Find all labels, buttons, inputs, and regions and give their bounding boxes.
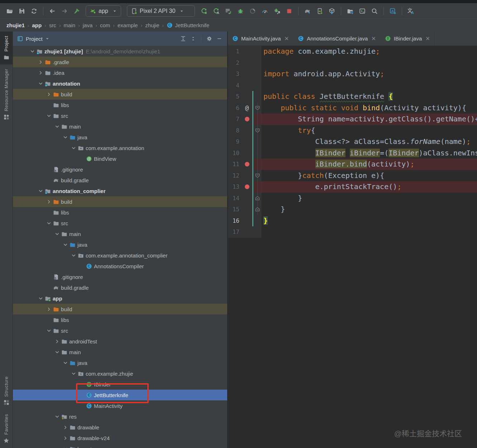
code-text[interactable]: IBinder iBinder=(IBinder)aClass.newIns [261, 148, 477, 159]
run-configuration-selector[interactable]: app [86, 5, 121, 17]
gutter-breakpoint-area[interactable] [242, 170, 252, 182]
gutter-breakpoint-area[interactable] [242, 148, 252, 159]
tree-row-drawable[interactable]: drawable [13, 422, 227, 433]
apply-code-changes-button[interactable] [222, 6, 234, 16]
tool-window-button-project[interactable]: Project [0, 32, 13, 64]
tree-row-com-example-annotation[interactable]: com.example.annotation [13, 143, 227, 153]
gradle-sync-button[interactable] [301, 6, 314, 16]
fold-gutter[interactable] [254, 170, 261, 182]
chevron-down-icon[interactable] [62, 241, 68, 248]
run-button[interactable] [198, 6, 210, 16]
gutter-breakpoint-area[interactable] [242, 114, 252, 125]
fold-collapse-icon[interactable] [255, 173, 260, 178]
caret-icon[interactable] [45, 36, 50, 41]
chevron-down-icon[interactable] [70, 252, 77, 259]
avd-manager-button[interactable] [314, 6, 326, 16]
chevron-right-icon[interactable] [37, 69, 44, 76]
search-button[interactable] [368, 6, 381, 16]
forward-button[interactable] [58, 6, 71, 16]
gutter-breakpoint-area[interactable] [242, 136, 252, 148]
chevron-right-icon[interactable] [54, 338, 60, 345]
close-icon[interactable]: ✕ [285, 35, 289, 42]
tree-row-java[interactable]: java [13, 239, 227, 250]
tool-window-button-structure[interactable]: Structure [0, 372, 13, 410]
tab-annotationscompiler-java[interactable]: CAnnotationsCompiler.java✕ [294, 32, 381, 45]
fold-end-icon[interactable] [255, 196, 260, 201]
tree-row-drawable-v24[interactable]: drawable-v24 [13, 433, 227, 443]
tree-row-zhujie1-zhujie-[interactable]: zhujie1 [zhujie]E:\android_demo\demo\zhu… [13, 46, 227, 57]
chevron-down-icon[interactable] [46, 327, 52, 334]
collapse-all-button[interactable] [188, 34, 198, 43]
chevron-down-icon[interactable] [37, 295, 44, 302]
gutter-breakpoint-area[interactable] [242, 226, 252, 238]
tree-row-bindview[interactable]: @BindView [13, 153, 227, 164]
tree-row-build-gradle[interactable]: build.gradle [13, 282, 227, 293]
code-text[interactable]: public class JettButterknife { [261, 91, 477, 102]
breakpoint-icon[interactable] [245, 162, 249, 167]
fold-collapse-icon[interactable] [255, 106, 260, 110]
hammer-button[interactable] [71, 6, 83, 16]
gutter-breakpoint-area[interactable] [242, 80, 252, 91]
code-text[interactable] [261, 226, 477, 238]
chevron-down-icon[interactable] [37, 80, 44, 87]
chevron-right-icon[interactable] [46, 91, 52, 97]
tree-row-java[interactable]: java [13, 357, 227, 368]
gutter-breakpoint-area[interactable] [242, 57, 252, 69]
tree-row-res[interactable]: res [13, 411, 227, 422]
stop-button[interactable] [283, 6, 295, 16]
tool-window-button-favorites[interactable]: Favorites [0, 410, 13, 448]
code-text[interactable]: String name=activity.getClass().getName(… [261, 114, 477, 125]
gutter-breakpoint-area[interactable]: @ [242, 102, 252, 114]
gutter-breakpoint-area[interactable] [242, 91, 252, 102]
code-text[interactable]: } [261, 215, 477, 227]
code-text[interactable]: } [261, 193, 477, 204]
breadcrumb-item-src[interactable]: src [49, 22, 56, 28]
code-text[interactable]: public static void bind(Activity activit… [261, 102, 477, 114]
breakpoint-icon[interactable] [245, 184, 249, 189]
code-text[interactable]: }catch(Exception e){ [261, 170, 477, 182]
tree-row-main[interactable]: main [13, 121, 227, 132]
settings-button[interactable] [204, 34, 214, 43]
tree-row-java[interactable]: java [13, 132, 227, 143]
chevron-right-icon[interactable] [62, 424, 68, 430]
locate-file-button[interactable] [178, 34, 188, 43]
tool-window-button-resource-manager[interactable]: Resource Manager [0, 64, 13, 124]
close-icon[interactable]: ✕ [371, 35, 376, 42]
hide-panel-button[interactable] [214, 34, 224, 43]
chevron-down-icon[interactable] [62, 360, 68, 366]
gutter-breakpoint-area[interactable] [242, 46, 252, 57]
code-text[interactable]: } [261, 204, 477, 215]
gutter-breakpoint-area[interactable] [242, 159, 252, 170]
attach-debugger-button[interactable] [271, 6, 283, 16]
tree-row-build[interactable]: build [13, 89, 227, 100]
tree-row-androidtest[interactable]: androidTest [13, 336, 227, 347]
tree-row-src[interactable]: src [13, 110, 227, 121]
save-button[interactable] [16, 6, 28, 16]
tree-row-src[interactable]: src [13, 325, 227, 336]
tab-ibinder-java[interactable]: IIBinder.java✕ [381, 32, 435, 45]
tree-row-main[interactable]: main [13, 228, 227, 239]
chevron-down-icon[interactable] [54, 349, 60, 355]
fold-gutter[interactable] [254, 125, 261, 136]
tree-row-libs[interactable]: libs [13, 207, 227, 218]
tab-mainactivity-java[interactable]: CMainActivity.java✕ [228, 32, 294, 45]
chevron-right-icon[interactable] [46, 198, 52, 205]
logcat-button[interactable] [356, 6, 368, 16]
code-text[interactable]: try{ [261, 125, 477, 136]
chevron-down-icon[interactable] [62, 445, 68, 448]
breadcrumb-item-zhujie[interactable]: zhujie [145, 22, 159, 28]
chevron-down-icon[interactable] [62, 134, 68, 140]
chevron-down-icon[interactable] [70, 145, 77, 151]
breadcrumb-item-zhujie1[interactable]: zhujie1 [6, 22, 25, 28]
gutter-breakpoint-area[interactable] [242, 181, 252, 193]
fold-collapse-icon[interactable] [255, 128, 260, 133]
tree-row--gradle[interactable]: .gradle [13, 57, 227, 67]
code-text[interactable]: e.printStackTrace(); [261, 181, 477, 193]
chevron-down-icon[interactable] [54, 231, 60, 237]
breadcrumb-item-main[interactable]: main [64, 22, 76, 28]
tree-row-mainactivity[interactable]: CMainActivity [13, 400, 227, 411]
breadcrumb-item-app[interactable]: app [32, 22, 42, 28]
sdk-manager-button[interactable] [326, 6, 338, 16]
tree-row-build[interactable]: build [13, 196, 227, 207]
code-text[interactable] [261, 57, 477, 69]
